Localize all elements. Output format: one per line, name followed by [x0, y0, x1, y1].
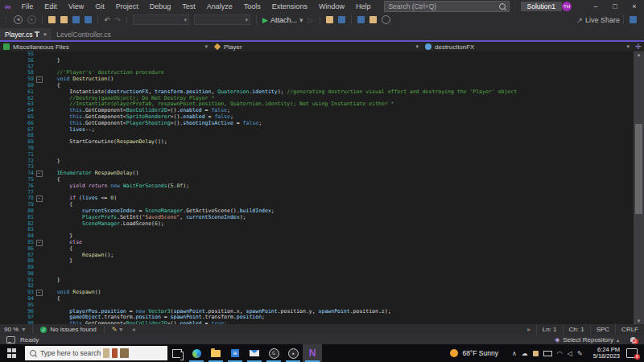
code-cleanup-control[interactable]: ✎ ▾ [108, 324, 127, 335]
code-line[interactable]: 83 [0, 227, 644, 233]
breadcrumb-project[interactable]: Miscellaneous Files ▾ [0, 42, 211, 51]
code-line[interactable]: 76 yield return new WaitForSeconds(5.0f)… [0, 183, 644, 190]
tab-player-cs[interactable]: Player.cs × [0, 28, 52, 40]
scroll-up-icon[interactable]: ▴ [634, 51, 644, 58]
health-indicator[interactable]: ✓ No issues found [36, 324, 100, 335]
menu-analyze[interactable]: Analyze [201, 0, 238, 13]
navigate-back-icon[interactable]: ◄ [14, 15, 23, 24]
repository-dropdown-icon[interactable]: ▴ [617, 337, 619, 343]
code-line[interactable]: 88 } [0, 258, 644, 265]
code-line[interactable]: 87 Respawn(); [0, 253, 644, 259]
notifications-bell-icon[interactable]: 2 [630, 337, 636, 342]
taskbar-search-input[interactable]: Type here to search [25, 346, 167, 360]
eol-indicator[interactable]: CRLF [615, 324, 644, 335]
feedback-icon[interactable] [630, 16, 637, 23]
minimize-button[interactable]: – [586, 0, 605, 13]
scroll-down-icon[interactable]: ▾ [634, 318, 644, 324]
visual-studio-taskbar-icon[interactable]: N [303, 344, 322, 362]
bookmark-icon[interactable] [382, 15, 390, 24]
indentation-indicator[interactable]: SPC [590, 324, 615, 335]
weather-label[interactable]: 68°F Sunny [462, 349, 498, 357]
search-input[interactable]: Search (Ctrl+Q) [384, 1, 509, 12]
menu-debug[interactable]: Debug [144, 0, 177, 13]
action-center-icon[interactable]: 6 [626, 348, 638, 358]
task-view-button[interactable] [167, 344, 187, 362]
fold-collapse-icon[interactable]: − [34, 171, 44, 177]
wifi-icon[interactable]: ◠ [557, 350, 563, 357]
chevron-down-icon[interactable]: ▾ [204, 43, 208, 50]
code-line[interactable]: 67 lives--; [0, 127, 644, 134]
menu-project[interactable]: Project [110, 0, 144, 13]
tray-chevron-up-icon[interactable]: ∧ [512, 350, 517, 357]
code-line[interactable]: 72 } [0, 158, 644, 165]
extensions-icon[interactable] [369, 16, 377, 23]
code-line[interactable]: 85− else [0, 240, 644, 246]
attach-dropdown-icon[interactable]: ▾ [299, 16, 303, 24]
vertical-scrollbar[interactable]: ▴ ▾ [634, 51, 644, 324]
code-line[interactable]: 90 [0, 271, 644, 278]
game-launcher-2-icon[interactable]: ● [283, 344, 303, 362]
attach-button[interactable]: ▶ Attach... ▾ [260, 16, 305, 24]
weather-sun-icon[interactable] [450, 349, 458, 357]
new-project-icon[interactable] [48, 16, 56, 23]
code-line[interactable]: 74− IEnumerator RespawnDelay() [0, 171, 644, 177]
fold-collapse-icon[interactable]: − [34, 290, 44, 296]
code-line[interactable]: 78− if (lives <= 0) [0, 195, 644, 202]
solution-explorer-icon[interactable] [338, 16, 345, 23]
search-highlight-statue-image[interactable] [103, 348, 109, 358]
code-line[interactable]: 56 } [0, 58, 644, 64]
find-in-files-icon[interactable] [326, 16, 333, 23]
start-without-debug-icon[interactable]: ▷ [308, 16, 314, 24]
search-highlight-building-image[interactable] [120, 348, 129, 358]
code-line[interactable]: 55 [0, 51, 644, 58]
code-editor[interactable]: 5556 }5758 //'Player's' destruction proc… [0, 51, 644, 324]
menu-edit[interactable]: Edit [39, 0, 63, 13]
search-highlight-vase-image[interactable] [112, 348, 118, 358]
live-share-label[interactable]: Live Share [585, 16, 620, 24]
zoom-control[interactable]: 90 % ▾ [0, 324, 29, 335]
menu-test[interactable]: Test [176, 0, 201, 13]
mail-icon[interactable] [245, 344, 264, 362]
code-line[interactable]: 71 [0, 152, 644, 158]
code-line[interactable]: 84 } [0, 233, 644, 240]
user-avatar[interactable]: TH [562, 2, 572, 11]
menu-help[interactable]: Help [350, 0, 377, 13]
battery-icon[interactable] [543, 351, 552, 356]
taskbar-clock[interactable]: 6:24 PM 5/18/2023 [593, 347, 620, 360]
split-editor-button[interactable]: ✛ [633, 43, 644, 51]
configuration-dropdown[interactable]: ▾ [133, 14, 189, 25]
open-file-icon[interactable] [60, 16, 68, 23]
code-line[interactable]: 82 SceneManager.LoadScene(6); [0, 221, 644, 228]
code-line[interactable]: 70 [0, 146, 644, 152]
fold-collapse-icon[interactable]: − [34, 76, 44, 83]
chevron-down-icon[interactable]: ▾ [626, 43, 630, 50]
game-launcher-icon[interactable]: G [264, 344, 283, 362]
code-line[interactable]: 94 { [0, 296, 644, 302]
menu-file[interactable]: File [16, 0, 39, 13]
fold-collapse-icon[interactable]: − [34, 240, 44, 246]
undo-icon[interactable]: ↶ [104, 16, 110, 24]
code-line[interactable]: 66 this.GetComponent<PlayerShooting>().s… [0, 121, 644, 127]
scrollbar-thumb[interactable] [635, 124, 642, 214]
menu-git[interactable]: Git [89, 0, 110, 13]
chevron-down-icon[interactable]: ▾ [415, 43, 419, 50]
pin-icon[interactable] [36, 32, 38, 37]
zoom-dropdown-icon[interactable]: ▾ [22, 326, 25, 333]
breadcrumb-member[interactable]: destructionFX ▾ [422, 42, 633, 51]
redo-icon[interactable]: ↷ [115, 16, 122, 24]
cleanup-dropdown-icon[interactable]: ▾ [119, 326, 122, 333]
menu-view[interactable]: View [63, 0, 89, 13]
maximize-button[interactable]: □ [605, 0, 625, 13]
file-explorer-icon[interactable] [206, 344, 225, 362]
save-icon[interactable] [72, 16, 80, 23]
tab-levelcontroller-cs[interactable]: LevelController.cs [52, 28, 116, 40]
start-button[interactable] [7, 348, 17, 358]
hscroll-left-icon[interactable]: ◄ [126, 324, 140, 335]
tray-app-icon[interactable] [533, 351, 539, 356]
fold-collapse-icon[interactable]: − [34, 195, 44, 202]
code-line[interactable]: 93− void Respawn() [0, 290, 644, 296]
live-share-icon[interactable]: ↗ [576, 16, 583, 24]
menu-tools[interactable]: Tools [238, 0, 266, 13]
breadcrumb-type[interactable]: Player ▾ [211, 42, 422, 51]
feedback-smiley-icon[interactable] [6, 336, 15, 343]
